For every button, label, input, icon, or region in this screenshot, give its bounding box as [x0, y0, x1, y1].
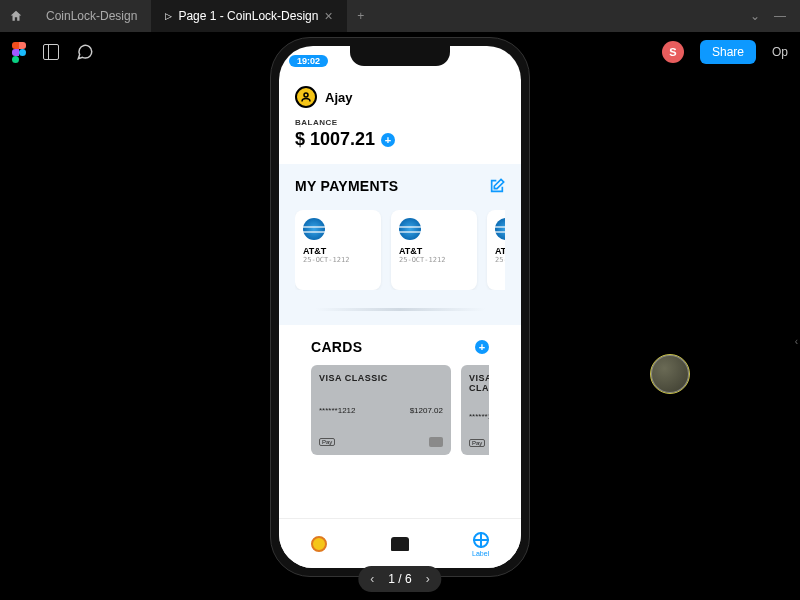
tab-page-active[interactable]: ▷ Page 1 - CoinLock-Design × [151, 0, 346, 32]
comment-icon[interactable] [76, 43, 94, 61]
cards-title: CARDS [311, 339, 362, 355]
applepay-icon: Pay [319, 438, 335, 446]
person-icon [311, 536, 327, 552]
play-icon: ▷ [165, 11, 172, 21]
payment-card[interactable]: AT&T 25-OCT-1212 [391, 210, 477, 290]
balance-value: $ 1007.21 [295, 129, 375, 150]
wallet-icon [391, 537, 409, 551]
prev-frame-button[interactable]: ‹ [366, 570, 378, 588]
globe-icon [473, 532, 489, 548]
close-icon[interactable]: × [324, 8, 332, 24]
nav-wallet[interactable] [391, 535, 409, 553]
user-avatar[interactable]: S [662, 41, 684, 63]
phone-frame: 19:02 Ajay BALANCE $ 1007.21 + MY [270, 37, 530, 577]
phone-notch [350, 46, 450, 66]
credit-card[interactable]: VISA CLASSIC ******1212$1207.02 Pay [311, 365, 451, 455]
figma-logo-icon[interactable] [12, 42, 26, 62]
new-tab-button[interactable]: + [347, 9, 375, 23]
applepay-icon: Pay [469, 439, 485, 447]
share-button[interactable]: Share [700, 40, 756, 64]
presentation-pager: ‹ 1 / 6 › [358, 566, 441, 592]
user-avatar-icon[interactable] [295, 86, 317, 108]
panel-toggle-icon[interactable] [42, 43, 60, 61]
canvas[interactable]: ‹ 19:02 Ajay BALANCE $ 1007.21 + [0, 72, 800, 600]
minimize-icon[interactable]: — [774, 9, 786, 23]
credit-card[interactable]: VISA CLASSIC ******1432 Pay [461, 365, 489, 455]
payment-card[interactable]: AT&T 25-OCT-1212 [295, 210, 381, 290]
nav-globe[interactable]: Label [472, 531, 490, 557]
next-frame-button[interactable]: › [422, 570, 434, 588]
tab-project[interactable]: CoinLock-Design [32, 0, 151, 32]
edit-icon[interactable] [489, 178, 505, 194]
add-card-button[interactable]: + [475, 340, 489, 354]
home-icon[interactable] [0, 9, 32, 23]
divider [315, 308, 485, 311]
att-logo-icon [495, 218, 505, 240]
chevron-down-icon[interactable]: ⌄ [750, 9, 760, 23]
payments-title: MY PAYMENTS [295, 178, 398, 194]
status-time: 19:02 [289, 55, 328, 67]
tab-label: Page 1 - CoinLock-Design [178, 9, 318, 23]
add-balance-button[interactable]: + [381, 133, 395, 147]
att-logo-icon [399, 218, 421, 240]
nav-profile[interactable] [310, 535, 328, 553]
svg-point-0 [304, 93, 308, 97]
payment-card[interactable]: AT&T 25- [487, 210, 505, 290]
pager-text: 1 / 6 [388, 572, 411, 586]
balance-label: BALANCE [295, 118, 505, 127]
chip-icon [429, 437, 443, 447]
user-name: Ajay [325, 90, 352, 105]
tab-label: CoinLock-Design [46, 9, 137, 23]
att-logo-icon [303, 218, 325, 240]
options-label[interactable]: Op [772, 45, 788, 59]
coin-decoration [650, 354, 690, 394]
scroll-hint-icon: ‹ [795, 336, 798, 347]
